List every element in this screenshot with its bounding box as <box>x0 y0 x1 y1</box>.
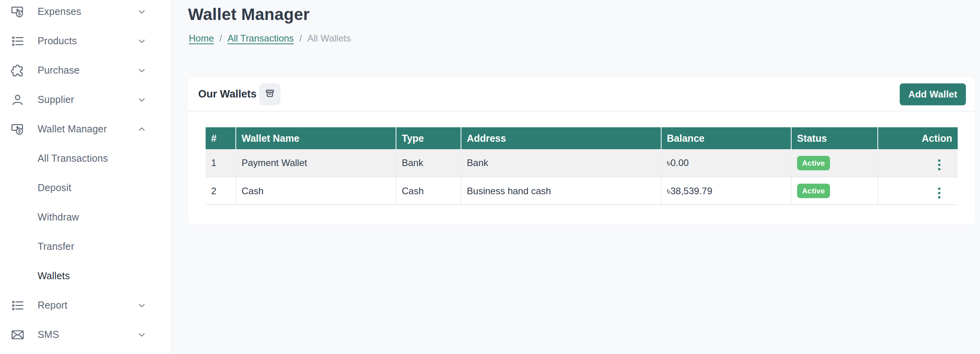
sidebar-nav: $ Expenses Products <box>0 0 171 349</box>
card-title: Our Wallets <box>198 88 257 100</box>
page-title: Wallet Manager <box>188 5 310 24</box>
column-header-type: Type <box>396 127 461 149</box>
sidebar-item-label: SMS <box>38 329 59 340</box>
cell-status: Active <box>791 177 878 205</box>
cell-wallet-name: Payment Wallet <box>236 149 396 177</box>
sidebar-subitem-deposit[interactable]: Deposit <box>0 173 171 202</box>
sidebar-subitem-transfer[interactable]: Transfer <box>0 232 171 261</box>
list-icon <box>11 298 25 312</box>
sidebar-item-label: Purchase <box>38 65 80 76</box>
money-icon: $ <box>11 122 25 136</box>
sidebar-subitem-label: All Transactions <box>38 153 108 164</box>
sidebar-item-label: Supplier <box>38 94 74 105</box>
chevron-down-icon <box>136 65 147 76</box>
column-header-address: Address <box>461 127 661 149</box>
cell-status: Active <box>791 149 878 177</box>
cell-balance: ৳38,539.79 <box>661 177 791 205</box>
cell-balance: ৳0.00 <box>661 149 791 177</box>
row-action-menu-button[interactable] <box>935 157 944 173</box>
envelope-icon <box>11 328 25 342</box>
card-header: Our Wallets Add Wallet <box>188 78 975 112</box>
breadcrumb: Home / All Transactions / All Wallets <box>189 33 351 44</box>
sidebar-item-report[interactable]: Report <box>0 291 171 320</box>
chevron-down-icon <box>136 6 147 17</box>
list-icon <box>11 34 25 48</box>
puzzle-icon <box>11 63 25 78</box>
sidebar-subitem-wallets[interactable]: Wallets <box>0 261 171 291</box>
svg-text:$: $ <box>18 128 21 134</box>
cell-type: Cash <box>396 177 461 205</box>
add-wallet-button[interactable]: Add Wallet <box>900 83 966 105</box>
sidebar-item-label: Expenses <box>38 6 81 17</box>
sidebar-item-label: Wallet Manager <box>38 123 107 135</box>
row-action-menu-button[interactable] <box>935 185 944 201</box>
column-header-wallet-name: Wallet Name <box>236 127 396 149</box>
column-header-balance: Balance <box>661 127 791 149</box>
cell-wallet-name: Cash <box>236 177 396 205</box>
sidebar-item-purchase[interactable]: Purchase <box>0 56 171 85</box>
chevron-down-icon <box>136 300 147 311</box>
table-row: 1 Payment Wallet Bank Bank ৳0.00 Active <box>206 149 958 177</box>
sidebar-subitem-label: Withdraw <box>38 211 79 223</box>
kebab-icon <box>938 188 940 190</box>
sidebar-item-products[interactable]: Products <box>0 26 171 56</box>
cell-address: Bank <box>461 149 661 177</box>
sidebar-subitem-label: Deposit <box>38 182 71 193</box>
sidebar-item-expenses[interactable]: $ Expenses <box>0 0 171 26</box>
sidebar: $ Expenses Products <box>0 0 171 354</box>
sidebar-item-label: Products <box>38 35 77 47</box>
main-content: Wallet Manager Home / All Transactions /… <box>171 0 980 354</box>
cell-action <box>878 177 958 205</box>
archive-box-button[interactable] <box>259 83 280 105</box>
kebab-icon <box>938 159 940 162</box>
chevron-up-icon <box>136 124 147 135</box>
chevron-down-icon <box>136 94 147 105</box>
chevron-down-icon <box>136 329 147 340</box>
sidebar-item-sms[interactable]: SMS <box>0 320 171 349</box>
wallets-table: # Wallet Name Type Address Balance Statu… <box>206 127 958 205</box>
cell-num: 1 <box>206 149 236 177</box>
sidebar-subitem-withdraw[interactable]: Withdraw <box>0 202 171 232</box>
cell-action <box>878 149 958 177</box>
chevron-down-icon <box>136 36 147 47</box>
sidebar-subitem-all-transactions[interactable]: All Transactions <box>0 144 171 173</box>
wallets-table-wrap: # Wallet Name Type Address Balance Statu… <box>188 112 975 205</box>
archive-box-icon <box>264 87 276 101</box>
sidebar-subitem-label: Transfer <box>38 241 74 252</box>
table-header-row: # Wallet Name Type Address Balance Statu… <box>206 127 958 149</box>
breadcrumb-separator: / <box>299 33 302 44</box>
status-badge: Active <box>797 184 830 198</box>
cell-address: Business hand cash <box>461 177 661 205</box>
svg-text:$: $ <box>18 11 21 16</box>
column-header-status: Status <box>791 127 878 149</box>
column-header-num: # <box>206 127 236 149</box>
sidebar-item-wallet-manager[interactable]: $ Wallet Manager <box>0 114 171 144</box>
breadcrumb-current: All Wallets <box>307 33 351 44</box>
wallets-card: Our Wallets Add Wallet <box>188 78 975 224</box>
sidebar-item-label: Report <box>38 300 67 311</box>
breadcrumb-separator: / <box>219 33 222 44</box>
breadcrumb-home-link[interactable]: Home <box>189 33 214 44</box>
money-icon: $ <box>11 5 25 19</box>
cell-num: 2 <box>206 177 236 205</box>
table-row: 2 Cash Cash Business hand cash ৳38,539.7… <box>206 177 958 205</box>
breadcrumb-all-transactions-link[interactable]: All Transactions <box>228 33 294 44</box>
sidebar-subitem-label: Wallets <box>38 270 70 282</box>
sidebar-item-supplier[interactable]: Supplier <box>0 85 171 114</box>
status-badge: Active <box>797 156 830 170</box>
user-icon <box>11 93 25 107</box>
cell-type: Bank <box>396 149 461 177</box>
column-header-action: Action <box>878 127 958 149</box>
